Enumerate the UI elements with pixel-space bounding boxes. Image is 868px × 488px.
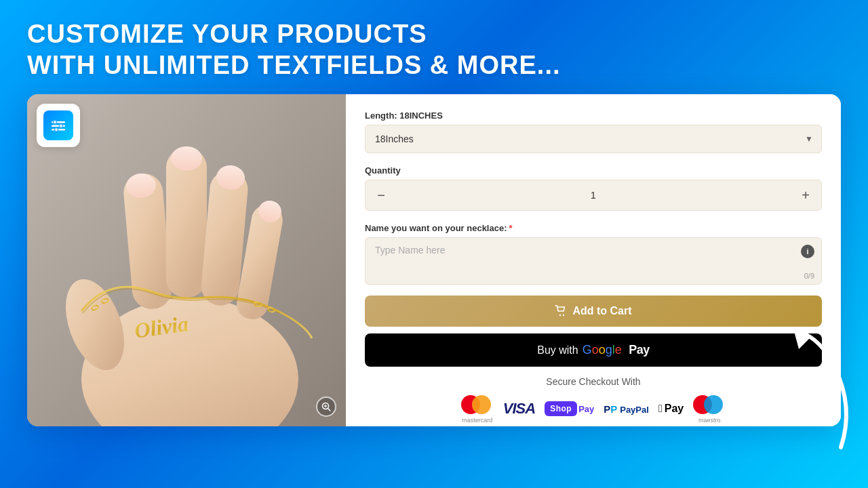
headline-section: CUSTOMIZE YOUR PRODUCTS WITH UNLIMITED T…	[0, 0, 868, 94]
quantity-increase-button[interactable]: +	[790, 180, 821, 210]
svg-point-27	[563, 314, 564, 316]
quantity-decrease-button[interactable]: −	[366, 180, 397, 210]
buy-with-gpay-button[interactable]: Buy with Google Pay	[365, 333, 822, 367]
paypal-icon: PP PayPal	[604, 403, 649, 415]
secure-checkout-label: Secure Checkout With	[365, 376, 822, 387]
name-field-label: Name you want on your necklace:*	[365, 223, 822, 233]
maestro-circle-right	[704, 395, 723, 414]
length-label: Length: 18INCHES	[365, 110, 822, 121]
mastercard-icon: mastercard	[461, 394, 494, 424]
quantity-control: − +	[365, 180, 822, 211]
g-red: o	[592, 343, 599, 357]
svg-point-3	[54, 121, 57, 124]
maestro-label: maestro	[698, 417, 721, 424]
apple-logo: 	[658, 403, 663, 414]
visa-text: VISA	[503, 400, 535, 418]
g-blue2: g	[606, 343, 612, 357]
svg-point-5	[55, 128, 58, 131]
paypal-text: PP PayPal	[604, 403, 649, 415]
image-panel: Olivia	[27, 94, 346, 426]
maestro-icon: maestro	[693, 394, 726, 424]
add-to-cart-button[interactable]: Add to Cart	[365, 296, 822, 327]
cart-icon	[555, 305, 567, 317]
shoppay-pay-text: Pay	[578, 404, 594, 414]
quantity-section: Quantity − +	[365, 165, 822, 211]
name-section: Name you want on your necklace:* i 0/9	[365, 223, 822, 285]
svg-point-14	[171, 146, 202, 171]
buy-with-label: Buy with	[537, 344, 578, 357]
shoppay-badge: Shop	[545, 401, 577, 416]
svg-point-26	[559, 314, 561, 316]
mastercard-label: mastercard	[462, 417, 492, 424]
required-indicator: *	[509, 223, 513, 233]
secure-checkout-section: Secure Checkout With mastercard VISA	[365, 376, 822, 424]
quantity-label: Quantity	[365, 165, 822, 176]
visa-icon: VISA	[503, 400, 535, 418]
zoom-icon[interactable]	[316, 396, 336, 417]
shoppay-badge-wrapper: ShopPay	[545, 401, 594, 416]
mastercard-circles	[461, 394, 494, 415]
length-section: Length: 18INCHES 18Inches 16Inches 20Inc…	[365, 110, 822, 153]
headline-line2: WITH UNLIMITED TEXTFIELDS & MORE...	[27, 51, 561, 79]
name-textarea[interactable]	[366, 238, 821, 281]
g-red2: e	[615, 343, 622, 357]
mc-circle-right	[472, 395, 491, 414]
applepay-text:  Pay	[658, 403, 684, 415]
pay-label: Pay	[626, 343, 650, 357]
filter-icon-badge[interactable]	[37, 104, 80, 147]
zoom-icon-svg	[321, 402, 331, 411]
svg-line-23	[328, 409, 331, 411]
filter-icon-inner	[43, 110, 73, 140]
length-select-wrapper[interactable]: 18Inches 16Inches 20Inches 22Inches ▼	[365, 125, 822, 153]
length-select[interactable]: 18Inches 16Inches 20Inches 22Inches	[366, 125, 821, 152]
form-panel: Length: 18INCHES 18Inches 16Inches 20Inc…	[346, 94, 841, 426]
payment-icons: mastercard VISA ShopPay PP PayPal	[365, 394, 822, 424]
headline-line1: CUSTOMIZE YOUR PRODUCTS	[27, 20, 427, 48]
main-card: Olivia Length:	[27, 94, 841, 426]
maestro-circles	[693, 394, 726, 415]
svg-point-4	[60, 124, 63, 127]
headline-text: CUSTOMIZE YOUR PRODUCTS WITH UNLIMITED T…	[27, 19, 841, 81]
add-to-cart-label: Add to Cart	[572, 305, 631, 317]
name-input-wrapper: i 0/9	[365, 237, 822, 285]
char-count: 0/9	[804, 272, 814, 280]
g-blue: G	[583, 343, 592, 357]
applepay-icon:  Pay	[658, 403, 684, 415]
shoppay-icon: ShopPay	[545, 401, 594, 416]
paypal-p2: P	[610, 403, 617, 415]
quantity-input[interactable]	[397, 190, 790, 201]
g-yellow: o	[599, 343, 606, 357]
paypal-b: P	[604, 403, 610, 415]
gpay-logo: Google	[583, 343, 622, 357]
sliders-icon	[49, 116, 68, 135]
paypal-aypal: PayPal	[620, 405, 649, 415]
